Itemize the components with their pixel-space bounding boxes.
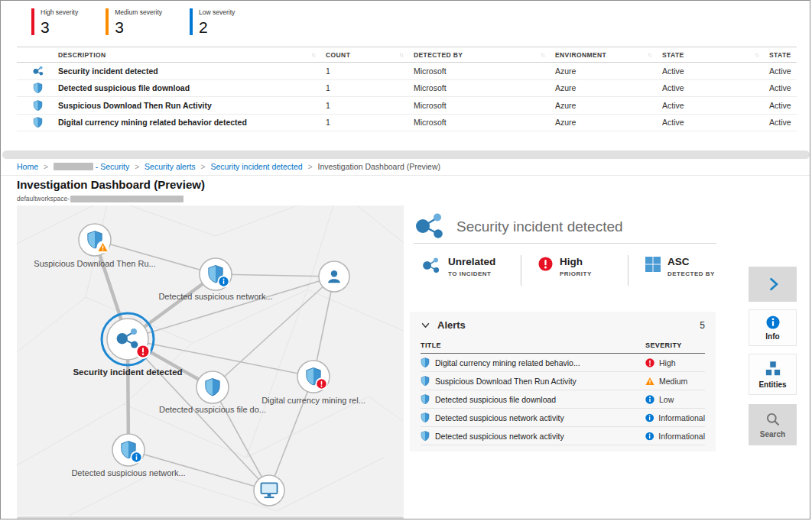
environment-column-header[interactable]: ENVIRONMENT↑↓ [555,51,662,59]
side-tab-strip: Info Entities Search [749,267,797,445]
info-icon [645,395,654,404]
stat-detected-by: ASC DETECTED BY [628,255,716,286]
sort-icon[interactable]: ↑↓ [541,52,544,57]
low-severity-label: Low severity [199,8,235,16]
graph-node-digital-currency[interactable] [297,361,330,393]
graph-node-suspicious-download[interactable] [79,224,111,256]
table-row[interactable]: Detected suspicious file download 1 Micr… [17,80,797,98]
tab-search[interactable]: Search [749,404,797,445]
medium-severity-label: Medium severity [115,8,162,16]
low-severity-count: 2 [199,19,235,35]
info-icon [766,316,780,329]
investigation-dashboard-window: High severity 3 Medium severity 3 Low se… [0,0,810,519]
graph-node-label: Suspicious Download Then Ru... [18,259,171,268]
list-item[interactable]: Suspicious Download Then Run Activity Me… [421,372,705,390]
tab-entities[interactable]: Entities [749,354,797,395]
state-column-header[interactable]: STATE↑↓ [662,51,769,59]
info-icon [645,432,654,441]
alerts-count-badge: 5 [700,320,705,331]
error-icon [645,358,654,367]
sort-icon[interactable]: ↑↓ [399,52,403,57]
severity-column-header: SEVERITY [645,341,705,349]
sort-icon[interactable]: ↑↓ [755,52,758,57]
stat-value: Unrelated [448,257,495,268]
detected-by-column-header[interactable]: DETECTED BY↑↓ [414,51,555,59]
graph-node-label: Digital currency mining rel... [237,396,390,405]
alerts-section-header[interactable]: Alerts 5 [410,312,716,338]
stat-unrelated: Unrelated TO INCIDENT [414,255,521,286]
medium-severity-tile[interactable]: Medium severity 3 [106,8,162,35]
search-icon [765,412,781,427]
title-column-header: TITLE [421,341,645,349]
list-item[interactable]: Detected suspicious file download Low [421,390,705,409]
breadcrumb-security-alerts[interactable]: Security alerts [145,162,196,171]
horizontal-scrollbar[interactable] [2,150,810,159]
shield-icon [17,117,58,128]
alerts-list: TITLE SEVERITY Digital currency mining r… [421,338,705,445]
shield-icon [17,100,58,111]
stat-label: DETECTED BY [667,270,715,277]
graph-node-label: Detected suspicious network... [52,468,205,477]
breadcrumb: Home - Security Security alerts Security… [17,162,440,171]
state-2-column-header[interactable]: STATE [769,51,804,59]
investigation-graph: Suspicious Download Then Ru... Detected … [17,205,404,516]
stat-value: High [560,257,592,268]
expand-panel-button[interactable] [749,267,797,302]
redacted-text [54,163,93,170]
count-column-header[interactable]: COUNT↑↓ [326,51,414,59]
table-row[interactable]: Security incident detected 1 Microsoft A… [17,63,797,80]
table-row[interactable]: Suspicious Download Then Run Activity 1 … [17,97,797,115]
shield-icon [421,431,430,441]
sort-icon[interactable]: ↑↓ [311,52,315,57]
graph-horizontal-scrollbar[interactable] [17,516,404,519]
error-icon [538,257,553,271]
page-title: Investigation Dashboard (Preview) [17,178,205,191]
graph-node-host[interactable] [254,475,284,506]
shield-icon [421,394,430,404]
high-severity-tile[interactable]: High severity 3 [31,8,78,35]
info-icon [645,413,654,422]
description-column-header[interactable]: DESCRIPTION↑↓ [58,51,326,59]
graph-node-network-upper[interactable] [200,258,232,290]
graph-node-label: Detected suspicious network... [139,292,292,301]
tab-info[interactable]: Info [749,309,797,346]
graph-node-security-incident[interactable] [102,313,154,365]
stat-priority: High PRIORITY [521,255,628,286]
alerts-section-title: Alerts [437,319,466,331]
list-item[interactable]: Digital currency mining related behavio.… [421,354,705,372]
incident-icon [414,212,446,242]
severity-summary: High severity 3 Medium severity 3 Low se… [31,8,235,35]
blade-divider [1,175,810,176]
high-severity-label: High severity [41,8,78,16]
breadcrumb-home[interactable]: Home [17,162,38,171]
redacted-text [70,196,184,202]
breadcrumb-separator [201,162,206,171]
breadcrumb-security[interactable]: - Security [54,162,129,171]
alerts-table: DESCRIPTION↑↓ COUNT↑↓ DETECTED BY↑↓ ENVI… [17,47,797,131]
breadcrumb-separator [135,162,139,171]
incident-icon [17,65,58,76]
sort-icon[interactable]: ↑↓ [648,52,651,57]
shield-icon [421,358,430,367]
graph-node-user[interactable] [319,261,349,292]
medium-severity-count: 3 [115,19,162,35]
shield-icon [17,83,58,93]
shield-icon [421,413,430,422]
stat-value: ASC [667,257,715,268]
table-row[interactable]: Digital currency mining related behavior… [17,115,797,132]
breadcrumb-security-incident[interactable]: Security incident detected [210,162,302,171]
chevron-down-icon[interactable] [421,320,430,330]
list-item[interactable]: Detected suspicious network activity Inf… [421,427,705,445]
list-item[interactable]: Detected suspicious network activity Inf… [421,409,705,427]
shield-icon [421,376,430,386]
alerts-list-header: TITLE SEVERITY [421,338,705,354]
incident-stats: Unrelated TO INCIDENT High PRIORITY ASC … [414,253,716,288]
tab-label: Info [765,332,779,341]
workspace-subtitle: defaultworkspace- [17,195,184,202]
stat-label: TO INCIDENT [448,270,495,277]
alerts-table-header: DESCRIPTION↑↓ COUNT↑↓ DETECTED BY↑↓ ENVI… [17,47,797,63]
error-icon [317,379,326,388]
low-severity-tile[interactable]: Low severity 2 [190,8,235,35]
graph-node-network-lower[interactable] [112,434,145,466]
breadcrumb-separator [308,162,313,171]
